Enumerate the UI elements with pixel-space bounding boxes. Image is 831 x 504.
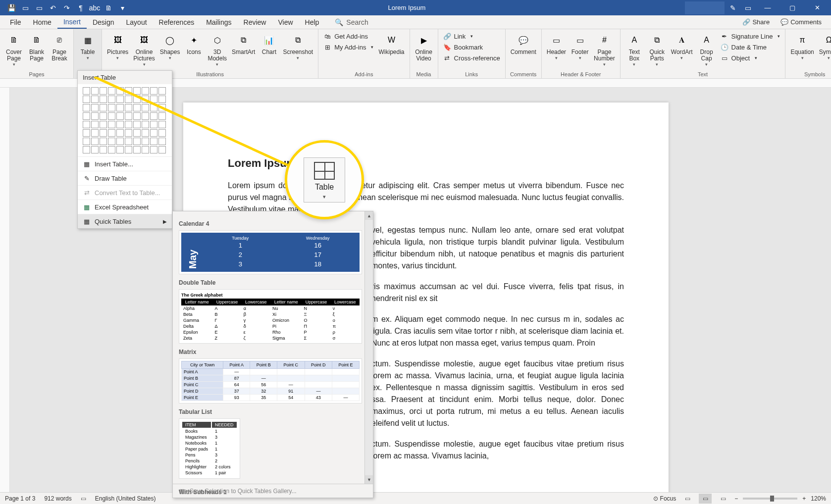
grid-cell[interactable] [158,146,166,153]
tab-design[interactable]: Design [87,15,120,29]
page-number-button[interactable]: #Page Number▾ [592,31,617,68]
grid-cell[interactable] [91,104,99,111]
grid-cell[interactable] [91,87,99,95]
insert-table-item[interactable]: ▦Insert Table... [78,156,172,171]
grid-cell[interactable] [125,104,132,111]
grid-cell[interactable] [142,146,149,153]
undo-icon[interactable]: ↶ [47,1,59,14]
table-button[interactable]: ▦Table▾ [77,31,99,61]
spell-icon[interactable]: abc [88,1,101,14]
grid-cell[interactable] [142,104,149,111]
wordart-button[interactable]: 𝐀WordArt▾ [669,31,695,61]
grid-cell[interactable] [158,129,166,137]
grid-cell[interactable] [142,87,149,95]
grid-cell[interactable] [83,121,90,128]
focus-mode-button[interactable]: ⊙Focus [653,495,676,502]
bookmark-button[interactable]: 🔖Bookmark [441,42,502,52]
grid-cell[interactable] [83,112,90,120]
grid-cell[interactable] [100,138,107,145]
para-icon[interactable]: ¶ [74,1,87,14]
tab-review[interactable]: Review [238,15,272,29]
grid-cell[interactable] [108,112,115,120]
grid-cell[interactable] [133,121,141,128]
grid-cell[interactable] [100,129,107,137]
blank-page-button[interactable]: 🗎Blank Page [26,31,48,63]
grid-cell[interactable] [83,104,90,111]
grid-cell[interactable] [125,121,132,128]
pictures-button[interactable]: 🖼Pictures▾ [105,31,130,61]
minimize-button[interactable]: — [756,0,779,15]
grid-cell[interactable] [150,146,157,153]
grid-cell[interactable] [158,121,166,128]
status-spell-icon[interactable]: ▭ [81,495,86,502]
my-addins-button[interactable]: ⊞My Add-ins▾ [321,42,375,52]
zoom-slider[interactable] [743,498,797,500]
account-badge[interactable] [685,1,725,14]
grid-cell[interactable] [150,129,157,137]
grid-cell[interactable] [108,138,115,145]
grid-cell[interactable] [116,112,124,120]
scroll-down-button[interactable]: ▼ [365,475,373,484]
online-video-button[interactable]: ▶Online Video [413,31,435,63]
grid-cell[interactable] [158,104,166,111]
grid-cell[interactable] [150,121,157,128]
equation-button[interactable]: πEquation▾ [788,31,816,61]
wikipedia-button[interactable]: WWikipedia [376,31,406,56]
grid-cell[interactable] [142,121,149,128]
grid-cell[interactable] [91,96,99,103]
grid-cell[interactable] [142,138,149,145]
status-lang[interactable]: English (United States) [95,495,156,502]
grid-cell[interactable] [133,112,141,120]
grid-cell[interactable] [133,138,141,145]
smartart-button[interactable]: ⧉SmartArt [230,31,257,56]
footer-button[interactable]: ▭Footer▾ [569,31,591,61]
gallery-scrollbar[interactable]: ▲ ▼ [364,211,373,484]
qt-tabular-preview[interactable]: ITEMNEEDEDBooks1Magazines3Notebooks1Pape… [179,418,240,479]
share-button[interactable]: 🔗Share [739,17,773,27]
grid-cell[interactable] [116,146,124,153]
screenshot-button[interactable]: ⧉Screenshot▾ [281,31,315,61]
excel-spreadsheet-item[interactable]: ▦Excel Spreadsheet [78,200,172,214]
zoom-in-button[interactable]: + [802,495,806,502]
textbox-button[interactable]: AText Box▾ [623,31,645,68]
grid-cell[interactable] [108,96,115,103]
page-icon[interactable]: 🗎 [102,1,115,14]
grid-cell[interactable] [133,104,141,111]
grid-cell[interactable] [100,121,107,128]
icons-button[interactable]: ✦Icons [183,31,205,56]
save-icon[interactable]: 💾 [5,1,18,14]
header-button[interactable]: ▭Header▾ [545,31,568,61]
grid-cell[interactable] [142,112,149,120]
crossref-button[interactable]: ⇄Cross-reference [441,53,502,63]
qat-more-icon[interactable]: ▾ [116,1,129,14]
tab-file[interactable]: File [4,15,27,29]
ruler-vertical[interactable] [0,88,10,494]
cover-page-button[interactable]: 🗎Cover Page▾ [3,31,25,68]
zoom-value[interactable]: 120% [811,495,826,502]
shapes-button[interactable]: ◯Shapes▾ [158,31,182,61]
link-button[interactable]: 🔗Link▾ [441,31,502,41]
grid-cell[interactable] [100,112,107,120]
grid-cell[interactable] [83,138,90,145]
grid-cell[interactable] [83,96,90,103]
grid-cell[interactable] [100,87,107,95]
grid-cell[interactable] [125,112,132,120]
grid-cell[interactable] [150,112,157,120]
quickparts-button[interactable]: ⧉Quick Parts▾ [646,31,668,68]
grid-cell[interactable] [100,96,107,103]
grid-cell[interactable] [133,87,141,95]
models-button[interactable]: ⬡3D Models▾ [206,31,229,68]
zoom-out-button[interactable]: − [734,495,738,502]
tab-insert[interactable]: Insert [57,15,87,29]
grid-cell[interactable] [158,96,166,103]
grid-cell[interactable] [116,96,124,103]
grid-cell[interactable] [142,96,149,103]
grid-cell[interactable] [100,104,107,111]
grid-cell[interactable] [83,129,90,137]
grid-cell[interactable] [133,96,141,103]
grid-cell[interactable] [91,112,99,120]
qt-cal4-preview[interactable]: May TuesdayWednesday116217318 [179,230,362,274]
grid-cell[interactable] [116,138,124,145]
pen-icon[interactable]: ✎ [727,1,739,14]
redo-icon[interactable]: ↷ [60,1,73,14]
